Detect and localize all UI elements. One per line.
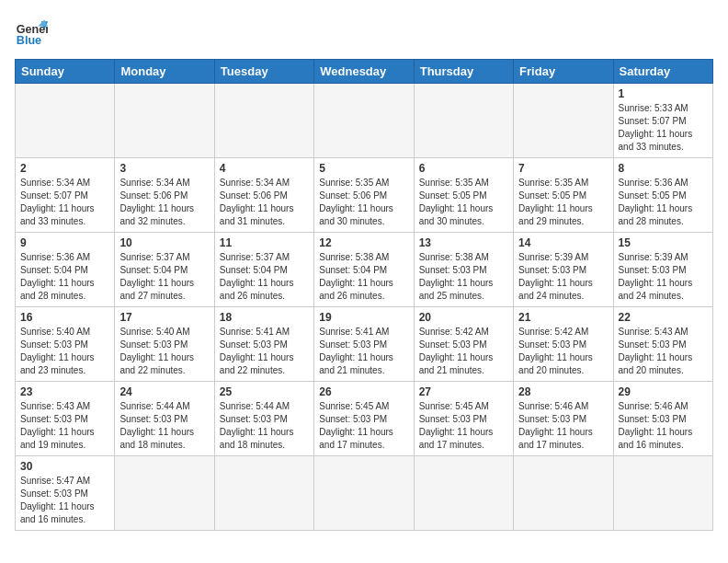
day-number: 21	[518, 311, 608, 324]
day-info: Sunrise: 5:43 AMSunset: 5:03 PMDaylight:…	[20, 400, 109, 452]
day-info: Sunrise: 5:46 AMSunset: 5:03 PMDaylight:…	[518, 400, 608, 452]
day-number: 12	[319, 236, 408, 249]
day-info: Sunrise: 5:38 AMSunset: 5:03 PMDaylight:…	[419, 251, 508, 303]
day-number: 22	[619, 311, 708, 324]
day-number: 23	[20, 385, 109, 398]
calendar-cell	[115, 84, 214, 158]
day-info: Sunrise: 5:36 AMSunset: 5:05 PMDaylight:…	[619, 177, 708, 228]
day-number: 1	[619, 87, 708, 100]
weekday-header-row: SundayMondayTuesdayWednesdayThursdayFrid…	[16, 60, 713, 84]
day-number: 28	[518, 385, 608, 398]
calendar-cell: 3Sunrise: 5:34 AMSunset: 5:06 PMDaylight…	[115, 158, 214, 233]
svg-text:Blue: Blue	[17, 34, 41, 47]
day-info: Sunrise: 5:37 AMSunset: 5:04 PMDaylight:…	[220, 251, 309, 303]
calendar-cell: 15Sunrise: 5:39 AMSunset: 5:03 PMDayligh…	[613, 233, 712, 307]
day-info: Sunrise: 5:46 AMSunset: 5:03 PMDaylight:…	[619, 400, 708, 452]
calendar-cell: 1Sunrise: 5:33 AMSunset: 5:07 PMDaylight…	[613, 84, 712, 158]
logo-icon: General Blue	[15, 15, 48, 48]
calendar-cell	[613, 456, 712, 531]
day-info: Sunrise: 5:35 AMSunset: 5:05 PMDaylight:…	[419, 177, 508, 228]
day-info: Sunrise: 5:47 AMSunset: 5:03 PMDaylight:…	[20, 475, 109, 526]
calendar-cell: 14Sunrise: 5:39 AMSunset: 5:03 PMDayligh…	[514, 233, 613, 307]
day-info: Sunrise: 5:44 AMSunset: 5:03 PMDaylight:…	[220, 400, 309, 452]
weekday-header-wednesday: Wednesday	[314, 60, 414, 84]
calendar-cell: 20Sunrise: 5:42 AMSunset: 5:03 PMDayligh…	[414, 307, 513, 382]
calendar-cell: 18Sunrise: 5:41 AMSunset: 5:03 PMDayligh…	[214, 307, 313, 382]
weekday-header-saturday: Saturday	[613, 60, 712, 84]
weekday-header-sunday: Sunday	[16, 60, 115, 84]
day-number: 26	[319, 385, 408, 398]
day-info: Sunrise: 5:40 AMSunset: 5:03 PMDaylight:…	[119, 326, 209, 377]
calendar-cell: 11Sunrise: 5:37 AMSunset: 5:04 PMDayligh…	[214, 233, 313, 307]
calendar-cell: 29Sunrise: 5:46 AMSunset: 5:03 PMDayligh…	[613, 382, 712, 456]
day-info: Sunrise: 5:38 AMSunset: 5:04 PMDaylight:…	[319, 251, 408, 303]
day-info: Sunrise: 5:39 AMSunset: 5:03 PMDaylight:…	[518, 251, 608, 303]
calendar-cell: 21Sunrise: 5:42 AMSunset: 5:03 PMDayligh…	[514, 307, 613, 382]
logo: General Blue	[15, 15, 48, 48]
calendar-cell	[16, 84, 115, 158]
calendar-cell: 22Sunrise: 5:43 AMSunset: 5:03 PMDayligh…	[613, 307, 712, 382]
calendar-cell: 12Sunrise: 5:38 AMSunset: 5:04 PMDayligh…	[314, 233, 414, 307]
calendar-cell: 10Sunrise: 5:37 AMSunset: 5:04 PMDayligh…	[115, 233, 214, 307]
calendar-cell: 30Sunrise: 5:47 AMSunset: 5:03 PMDayligh…	[16, 456, 115, 531]
calendar-cell	[115, 456, 214, 531]
day-info: Sunrise: 5:36 AMSunset: 5:04 PMDaylight:…	[20, 251, 109, 303]
calendar-cell: 9Sunrise: 5:36 AMSunset: 5:04 PMDaylight…	[16, 233, 115, 307]
day-number: 7	[518, 162, 608, 175]
calendar-row-6: 30Sunrise: 5:47 AMSunset: 5:03 PMDayligh…	[16, 456, 713, 531]
calendar-table: SundayMondayTuesdayWednesdayThursdayFrid…	[15, 59, 713, 531]
calendar-cell	[514, 456, 613, 531]
calendar-cell: 24Sunrise: 5:44 AMSunset: 5:03 PMDayligh…	[115, 382, 214, 456]
calendar-cell	[414, 84, 513, 158]
day-number: 13	[419, 236, 508, 249]
day-info: Sunrise: 5:45 AMSunset: 5:03 PMDaylight:…	[319, 400, 408, 452]
day-info: Sunrise: 5:34 AMSunset: 5:06 PMDaylight:…	[119, 177, 209, 228]
day-info: Sunrise: 5:35 AMSunset: 5:06 PMDaylight:…	[319, 177, 408, 228]
calendar-cell: 4Sunrise: 5:34 AMSunset: 5:06 PMDaylight…	[214, 158, 313, 233]
calendar-cell	[314, 456, 414, 531]
day-info: Sunrise: 5:42 AMSunset: 5:03 PMDaylight:…	[419, 326, 508, 377]
calendar-cell: 23Sunrise: 5:43 AMSunset: 5:03 PMDayligh…	[16, 382, 115, 456]
calendar-cell	[314, 84, 414, 158]
calendar-cell: 7Sunrise: 5:35 AMSunset: 5:05 PMDaylight…	[514, 158, 613, 233]
day-number: 30	[20, 460, 109, 473]
day-info: Sunrise: 5:37 AMSunset: 5:04 PMDaylight:…	[119, 251, 209, 303]
day-number: 9	[20, 236, 109, 249]
calendar-cell	[414, 456, 513, 531]
day-number: 27	[419, 385, 508, 398]
calendar-row-4: 16Sunrise: 5:40 AMSunset: 5:03 PMDayligh…	[16, 307, 713, 382]
day-number: 10	[119, 236, 209, 249]
calendar-cell: 6Sunrise: 5:35 AMSunset: 5:05 PMDaylight…	[414, 158, 513, 233]
day-number: 19	[319, 311, 408, 324]
day-number: 20	[419, 311, 508, 324]
calendar-cell: 17Sunrise: 5:40 AMSunset: 5:03 PMDayligh…	[115, 307, 214, 382]
day-number: 5	[319, 162, 408, 175]
day-info: Sunrise: 5:41 AMSunset: 5:03 PMDaylight:…	[220, 326, 309, 377]
calendar-cell: 2Sunrise: 5:34 AMSunset: 5:07 PMDaylight…	[16, 158, 115, 233]
day-info: Sunrise: 5:42 AMSunset: 5:03 PMDaylight:…	[518, 326, 608, 377]
calendar-row-2: 2Sunrise: 5:34 AMSunset: 5:07 PMDaylight…	[16, 158, 713, 233]
day-info: Sunrise: 5:44 AMSunset: 5:03 PMDaylight:…	[119, 400, 209, 452]
calendar-row-5: 23Sunrise: 5:43 AMSunset: 5:03 PMDayligh…	[16, 382, 713, 456]
calendar-cell	[514, 84, 613, 158]
day-info: Sunrise: 5:43 AMSunset: 5:03 PMDaylight:…	[619, 326, 708, 377]
calendar-cell: 16Sunrise: 5:40 AMSunset: 5:03 PMDayligh…	[16, 307, 115, 382]
day-number: 6	[419, 162, 508, 175]
calendar-cell	[214, 84, 313, 158]
day-info: Sunrise: 5:45 AMSunset: 5:03 PMDaylight:…	[419, 400, 508, 452]
calendar-cell: 5Sunrise: 5:35 AMSunset: 5:06 PMDaylight…	[314, 158, 414, 233]
page-header: General Blue	[15, 15, 713, 48]
calendar-cell: 28Sunrise: 5:46 AMSunset: 5:03 PMDayligh…	[514, 382, 613, 456]
weekday-header-thursday: Thursday	[414, 60, 513, 84]
day-number: 16	[20, 311, 109, 324]
day-number: 2	[20, 162, 109, 175]
calendar-cell: 25Sunrise: 5:44 AMSunset: 5:03 PMDayligh…	[214, 382, 313, 456]
day-info: Sunrise: 5:40 AMSunset: 5:03 PMDaylight:…	[20, 326, 109, 377]
calendar-row-3: 9Sunrise: 5:36 AMSunset: 5:04 PMDaylight…	[16, 233, 713, 307]
calendar-cell: 8Sunrise: 5:36 AMSunset: 5:05 PMDaylight…	[613, 158, 712, 233]
day-number: 11	[220, 236, 309, 249]
weekday-header-friday: Friday	[514, 60, 613, 84]
weekday-header-tuesday: Tuesday	[214, 60, 313, 84]
day-number: 4	[220, 162, 309, 175]
calendar-cell: 26Sunrise: 5:45 AMSunset: 5:03 PMDayligh…	[314, 382, 414, 456]
